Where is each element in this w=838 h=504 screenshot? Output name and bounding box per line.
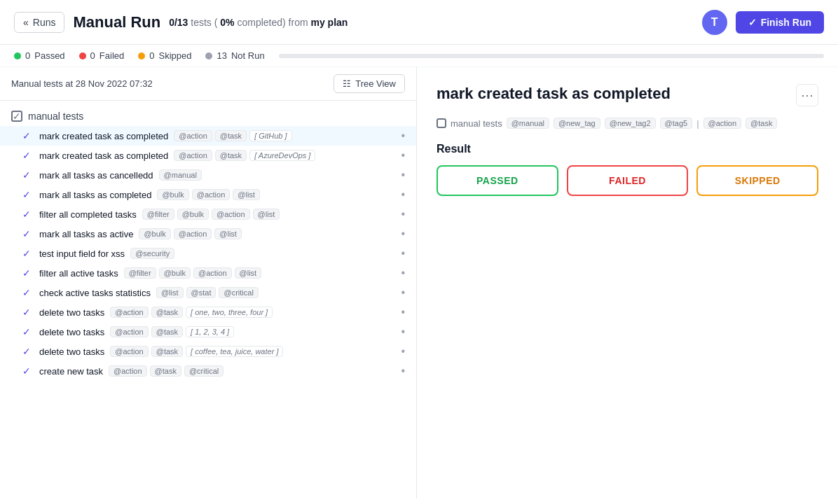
test-name: check active tasks statistics: [39, 288, 151, 298]
tag: @bulk: [157, 189, 188, 200]
test-item[interactable]: ✓ mark created task as completed @action…: [0, 146, 416, 165]
test-check-icon: ✓: [22, 209, 34, 220]
test-name: delete two tasks: [39, 327, 104, 337]
failed-button[interactable]: FAILED: [567, 165, 689, 196]
panel-date: Manual tests at 28 Nov 2022 07:32: [11, 78, 153, 89]
more-icon[interactable]: •: [401, 306, 405, 318]
test-tags: @bulk @action @list: [139, 228, 242, 239]
passed-label: Passed: [34, 50, 64, 61]
test-item[interactable]: ✓ filter all active tasks @filter @bulk …: [0, 263, 416, 283]
group-checkbox[interactable]: ✓: [11, 111, 22, 122]
param-tag: [ one, two, three, four ]: [186, 307, 273, 318]
test-list: ✓ manual tests ✓ mark created task as co…: [0, 101, 416, 498]
tag: @list: [214, 228, 242, 239]
result-buttons: PASSED FAILED SKIPPED: [437, 165, 818, 196]
test-tags: @filter @bulk @action @list: [124, 267, 261, 279]
test-check-icon: ✓: [22, 365, 34, 377]
param-tag: [ coffee, tea, juice, water ]: [186, 346, 283, 357]
notrun-label: Not Run: [231, 50, 265, 61]
skipped-stat: 0 Skipped: [138, 50, 191, 61]
more-icon[interactable]: •: [401, 326, 405, 338]
breadcrumb-tag: @new_tag2: [605, 118, 656, 129]
tag: @action: [174, 228, 212, 239]
passed-count: 0: [25, 50, 30, 61]
more-icon[interactable]: •: [401, 365, 405, 377]
more-icon[interactable]: •: [401, 149, 405, 162]
tag: @critical: [184, 365, 224, 377]
tag: @filter: [124, 267, 156, 279]
tag: @stat: [186, 287, 217, 298]
test-tags: @list @stat @critical: [156, 287, 259, 298]
test-item[interactable]: ✓ mark all tasks as completed @bulk @act…: [0, 185, 416, 204]
breadcrumb-tag: @new_tag: [554, 118, 600, 129]
param-tag: [ AzureDevOps ]: [249, 150, 315, 161]
group-header: ✓ manual tests: [0, 106, 416, 126]
test-more-button[interactable]: ⋯: [796, 84, 818, 106]
more-icon[interactable]: •: [401, 227, 405, 240]
test-item[interactable]: ✓ mark created task as completed @action…: [0, 126, 416, 146]
breadcrumb: manual tests @manual @new_tag @new_tag2 …: [437, 118, 818, 129]
panel-toolbar: Manual tests at 28 Nov 2022 07:32 ☷ Tree…: [0, 67, 416, 101]
breadcrumb-checkbox: [437, 118, 446, 128]
notrun-count: 13: [217, 50, 226, 61]
test-tags: @action @task [ one, two, three, four ]: [110, 307, 273, 318]
passed-dot: [14, 52, 21, 59]
tag: @list: [156, 287, 184, 298]
more-icon[interactable]: •: [401, 286, 405, 299]
test-item[interactable]: ✓ mark all tasks as cancelledd @manual •: [0, 165, 416, 185]
test-item[interactable]: ✓ delete two tasks @action @task [ one, …: [0, 302, 416, 322]
tag: @filter: [142, 209, 174, 220]
test-check-icon: ✓: [22, 248, 34, 259]
more-icon[interactable]: •: [401, 345, 405, 358]
test-check-icon: ✓: [22, 287, 34, 298]
tag: @action: [193, 267, 232, 279]
test-name: mark all tasks as active: [39, 229, 133, 239]
tag: @list: [235, 267, 262, 279]
test-item[interactable]: ✓ test input field for xss @security •: [0, 244, 416, 263]
test-name: filter all active tasks: [39, 268, 118, 279]
more-icon[interactable]: •: [401, 247, 405, 260]
test-name: mark created task as completed: [39, 131, 168, 141]
param-tag: [ GitHub ]: [249, 130, 291, 141]
tag: @bulk: [139, 228, 170, 239]
right-panel: mark created task as completed ⋯ manual …: [417, 67, 838, 498]
test-name: create new task: [39, 366, 103, 377]
test-item[interactable]: ✓ mark all tasks as active @bulk @action…: [0, 224, 416, 244]
test-tags: @bulk @action @list: [157, 189, 260, 200]
finish-run-button[interactable]: ✓ Finish Run: [736, 11, 824, 34]
more-icon[interactable]: •: [401, 130, 405, 142]
more-icon[interactable]: •: [401, 188, 405, 201]
more-icon[interactable]: •: [401, 169, 405, 181]
tag: @action: [212, 209, 250, 220]
more-icon[interactable]: •: [401, 267, 405, 279]
tag: @action: [109, 365, 147, 377]
skipped-button[interactable]: SKIPPED: [696, 165, 818, 196]
tag: @action: [174, 150, 212, 161]
tag: @critical: [219, 287, 258, 298]
more-icon[interactable]: •: [401, 208, 405, 220]
back-button[interactable]: « Runs: [14, 12, 64, 33]
failed-count: 0: [90, 50, 95, 61]
tag: @list: [233, 189, 260, 200]
test-name: mark all tasks as completed: [39, 190, 151, 200]
tag: @action: [110, 326, 149, 337]
tag: @manual: [159, 169, 202, 181]
skipped-dot: [138, 52, 145, 59]
test-item[interactable]: ✓ delete two tasks @action @task [ 1, 2,…: [0, 322, 416, 342]
test-item[interactable]: ✓ delete two tasks @action @task [ coffe…: [0, 342, 416, 361]
test-tags: @action @task @critical: [109, 365, 224, 377]
passed-stat: 0 Passed: [14, 50, 65, 61]
left-panel: Manual tests at 28 Nov 2022 07:32 ☷ Tree…: [0, 67, 417, 498]
test-check-icon: ✓: [22, 346, 34, 357]
tree-view-button[interactable]: ☷ Tree View: [334, 74, 405, 93]
failed-dot: [79, 52, 86, 59]
tag: @security: [130, 248, 174, 259]
breadcrumb-separator: |: [696, 118, 699, 129]
test-item[interactable]: ✓ check active tasks statistics @list @s…: [0, 283, 416, 302]
test-name: mark all tasks as cancelledd: [39, 170, 153, 181]
test-item[interactable]: ✓ create new task @action @task @critica…: [0, 361, 416, 381]
passed-button[interactable]: PASSED: [437, 165, 558, 196]
test-item[interactable]: ✓ filter all completed tasks @filter @bu…: [0, 204, 416, 224]
group-label: manual tests: [28, 111, 83, 122]
tag: @list: [253, 209, 280, 220]
